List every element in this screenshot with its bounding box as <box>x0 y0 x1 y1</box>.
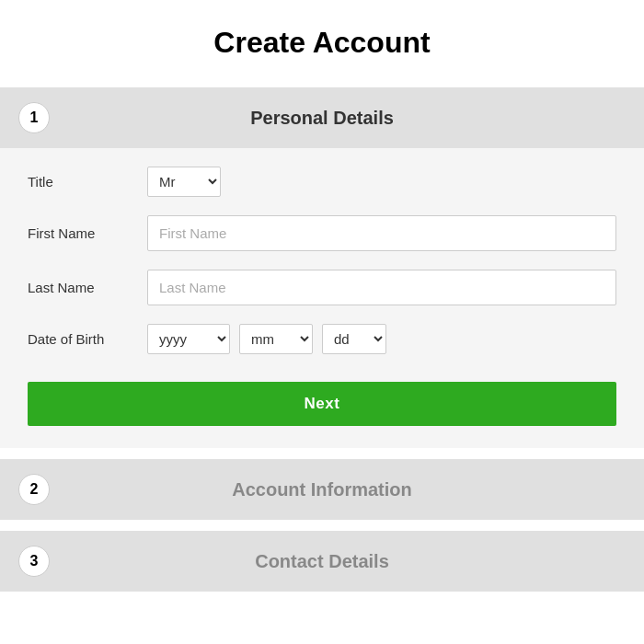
first-name-control <box>147 215 616 251</box>
section-contact-details: 3 Contact Details <box>0 531 644 592</box>
dob-month-select[interactable]: mm 010203 040506 070809 101112 <box>239 324 313 354</box>
title-control: Mr Mrs Ms Dr <box>147 167 616 197</box>
dob-year-select[interactable]: yyyy for(let y=2024;y>=1900;y--) documen… <box>147 324 230 354</box>
last-name-row: Last Name <box>28 270 616 305</box>
section-1-title: Personal Details <box>64 108 580 129</box>
title-label: Title <box>28 174 147 190</box>
first-name-input[interactable] <box>147 215 616 251</box>
last-name-label: Last Name <box>28 280 147 295</box>
dob-label: Date of Birth <box>28 331 147 347</box>
page-container: Create Account 1 Personal Details Title … <box>0 0 644 592</box>
section-2-header: 2 Account Information <box>0 459 644 520</box>
section-1-header: 1 Personal Details <box>0 87 644 148</box>
section-1-number: 1 <box>18 102 50 133</box>
section-personal-details: 1 Personal Details Title Mr Mrs Ms Dr Fi… <box>0 87 644 448</box>
section-3-number: 3 <box>18 546 50 577</box>
last-name-control <box>147 270 616 305</box>
section-3-header: 3 Contact Details <box>0 531 644 592</box>
next-button[interactable]: Next <box>28 382 616 426</box>
last-name-input[interactable] <box>147 270 616 305</box>
section-2-number: 2 <box>18 474 50 505</box>
section-account-information: 2 Account Information <box>0 459 644 520</box>
page-title: Create Account <box>0 0 644 87</box>
section-3-title: Contact Details <box>64 551 580 572</box>
first-name-label: First Name <box>28 225 147 241</box>
dob-control: yyyy for(let y=2024;y>=1900;y--) documen… <box>147 324 616 354</box>
title-select[interactable]: Mr Mrs Ms Dr <box>147 167 221 197</box>
dob-row: Date of Birth yyyy for(let y=2024;y>=190… <box>28 324 616 354</box>
dob-day-select[interactable]: dd for(let d=1;d<=31;d++) document.write… <box>322 324 386 354</box>
title-row: Title Mr Mrs Ms Dr <box>28 167 616 197</box>
first-name-row: First Name <box>28 215 616 251</box>
section-1-body: Title Mr Mrs Ms Dr First Name <box>0 148 644 448</box>
section-2-title: Account Information <box>64 479 580 500</box>
